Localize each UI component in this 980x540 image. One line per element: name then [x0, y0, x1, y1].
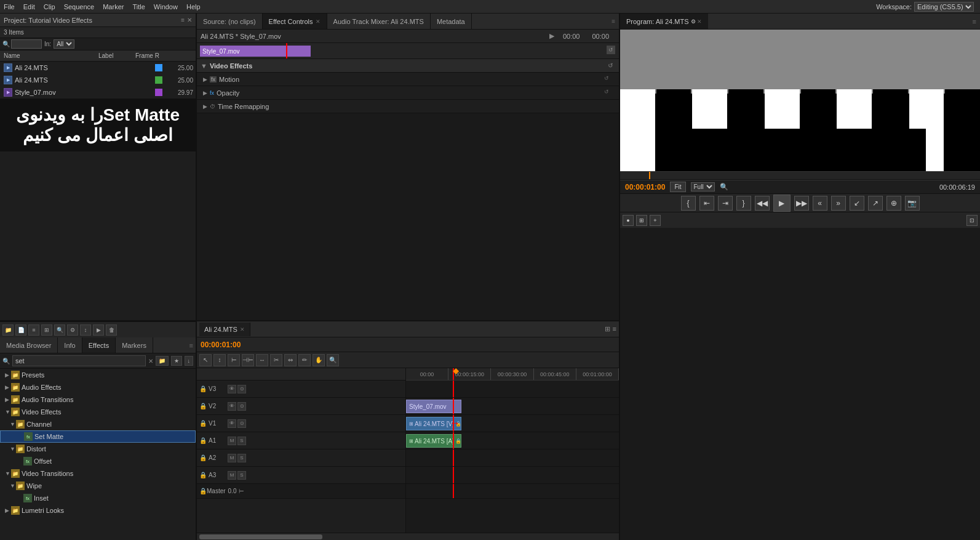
- tree-item-audio-effects[interactable]: ▶ 📁 Audio Effects: [0, 381, 196, 393]
- list-item[interactable]: ▶ Ali 24.MTS 25.00: [0, 74, 196, 86]
- project-panel-close-btn[interactable]: ✕: [187, 17, 192, 23]
- playback-play-btn[interactable]: ▶: [773, 195, 791, 212]
- effects-custom-btn[interactable]: ★: [171, 356, 182, 366]
- delete-btn[interactable]: 🗑: [106, 324, 117, 336]
- tab-effect-controls-close[interactable]: ✕: [316, 18, 321, 25]
- playback-insert-btn[interactable]: ↙: [850, 196, 864, 211]
- program-tab-settings-icon[interactable]: ⚙: [691, 18, 696, 25]
- lock-icon[interactable]: 🔒: [199, 385, 207, 392]
- col-frame[interactable]: Frame R: [135, 52, 172, 59]
- prog-btn-3[interactable]: +: [650, 215, 661, 226]
- effects-import-btn[interactable]: ↓: [185, 356, 194, 366]
- track-v3-eye-btn[interactable]: 👁: [228, 385, 236, 393]
- tree-item-channel[interactable]: ▼ 📁 Channel: [0, 418, 196, 430]
- lock-icon[interactable]: 🔒: [199, 472, 207, 478]
- menu-title[interactable]: Title: [132, 3, 145, 10]
- col-name[interactable]: Name: [0, 52, 98, 59]
- in-select[interactable]: All: [54, 39, 74, 49]
- menu-window[interactable]: Window: [154, 3, 178, 10]
- timeline-tab-close-icon[interactable]: ✕: [240, 326, 245, 332]
- section-reset-icon[interactable]: ↺: [605, 61, 615, 71]
- lock-icon[interactable]: 🔒: [199, 437, 207, 444]
- playback-lift-btn[interactable]: ↗: [868, 196, 883, 211]
- tab-program-monitor[interactable]: Program: Ali 24.MTS ⚙ ✕: [620, 14, 708, 29]
- ec-reset-btn[interactable]: ↺: [607, 46, 615, 54]
- program-tab-close-icon[interactable]: ✕: [697, 18, 702, 25]
- menu-file[interactable]: File: [4, 3, 15, 10]
- playback-shuttle-right-btn[interactable]: »: [831, 196, 846, 211]
- master-expand-icon[interactable]: ⊢: [239, 488, 244, 494]
- track-row-a1[interactable]: ⊞ Ali 24.MTS [A] 🔒: [406, 432, 619, 449]
- lock-icon[interactable]: 🔒: [199, 403, 207, 409]
- effects-search-input[interactable]: [12, 355, 146, 366]
- playback-shuttle-left-btn[interactable]: «: [813, 196, 827, 211]
- list-item[interactable]: ▶ Ali 24.MTS 25.00: [0, 62, 196, 74]
- tree-item-distort[interactable]: ▼ 📁 Distort: [0, 443, 196, 455]
- prop-reset-icon[interactable]: ↺: [604, 89, 613, 97]
- project-search-input[interactable]: [11, 39, 42, 49]
- program-scrubber[interactable]: [620, 171, 980, 180]
- tree-item-presets[interactable]: ▶ 📁 Presets: [0, 369, 196, 381]
- menu-marker[interactable]: Marker: [103, 3, 124, 10]
- track-row-v1[interactable]: ⊞ Ali 24.MTS [V] 🔒 →: [406, 415, 619, 432]
- track-row-a3[interactable]: [406, 467, 619, 484]
- program-magnify-icon[interactable]: 🔍: [720, 183, 728, 191]
- prog-btn-2[interactable]: ⊞: [636, 215, 647, 226]
- tl-tool-rate[interactable]: ↔: [256, 354, 268, 366]
- track-row-v2[interactable]: Style_07.mov: [406, 398, 619, 415]
- playback-extract-btn[interactable]: ⊕: [886, 196, 901, 211]
- timeline-panel-expand-icon[interactable]: ⊞: [605, 325, 610, 333]
- tl-tool-razor[interactable]: ✂: [270, 354, 282, 366]
- track-a2-m-btn[interactable]: M: [228, 454, 236, 462]
- timeline-scrollbar[interactable]: [197, 533, 619, 540]
- tl-tool-rolling[interactable]: ⊣⊢: [242, 354, 254, 366]
- tl-tool-hand[interactable]: ✋: [313, 354, 325, 366]
- tab-media-browser[interactable]: Media Browser: [0, 337, 58, 353]
- menu-edit[interactable]: Edit: [23, 3, 35, 10]
- new-bin-btn[interactable]: 📁: [2, 324, 14, 336]
- effects-panel-menu-btn[interactable]: ≡: [187, 342, 196, 349]
- tl-tool-zoom[interactable]: 🔍: [327, 354, 339, 366]
- prog-btn-1[interactable]: ●: [623, 215, 634, 226]
- program-timecode-current[interactable]: 00:00:01:00: [625, 183, 665, 191]
- new-item-btn[interactable]: 📄: [15, 324, 26, 336]
- col-label[interactable]: Label: [98, 52, 135, 59]
- scrollbar-thumb[interactable]: [199, 534, 322, 539]
- playback-mark-out-btn[interactable]: }: [736, 196, 751, 211]
- list-view-btn[interactable]: ≡: [28, 324, 39, 336]
- program-panel-menu-btn[interactable]: ≡: [969, 18, 980, 25]
- tree-item-inset[interactable]: fx Inset: [0, 492, 196, 504]
- program-zoom-select[interactable]: Full: [691, 182, 715, 191]
- menu-sequence[interactable]: Sequence: [64, 3, 95, 10]
- tab-timeline[interactable]: Ali 24.MTS ✕: [199, 323, 250, 336]
- tree-item-set-matte[interactable]: fx Set Matte: [0, 430, 196, 443]
- tab-info[interactable]: Info: [58, 337, 82, 353]
- tl-tool-track-select[interactable]: ↕: [213, 354, 226, 366]
- track-a1-s-btn[interactable]: S: [237, 437, 246, 445]
- tab-effect-controls[interactable]: Effect Controls ✕: [263, 14, 327, 29]
- tab-audio-track-mixer[interactable]: Audio Track Mixer: Ali 24.MTS: [327, 14, 431, 29]
- track-a2-s-btn[interactable]: S: [237, 454, 246, 462]
- track-a1-m-btn[interactable]: M: [228, 437, 236, 445]
- track-v2-eye-btn[interactable]: 👁: [228, 402, 236, 411]
- tl-tool-slide[interactable]: ⇔: [284, 354, 297, 366]
- tab-effects[interactable]: Effects: [82, 337, 116, 353]
- tl-tool-select[interactable]: ↖: [199, 354, 212, 366]
- track-a3-s-btn[interactable]: S: [237, 471, 246, 480]
- menu-help[interactable]: Help: [186, 3, 201, 10]
- playback-go-out-btn[interactable]: ⇥: [718, 196, 733, 211]
- ec-property-motion[interactable]: ▶ fx Motion ↺: [197, 73, 619, 86]
- tab-source[interactable]: Source: (no clips): [197, 14, 263, 29]
- timeline-ruler[interactable]: 00:00 00:00:15:00 00:00:30:00 00:00:45:0…: [406, 368, 619, 381]
- tl-tool-pen[interactable]: ✏: [298, 354, 311, 366]
- prop-reset-icon[interactable]: ↺: [604, 75, 613, 84]
- tab-markers[interactable]: Markers: [116, 337, 153, 353]
- menu-clip[interactable]: Clip: [44, 3, 55, 10]
- prog-safe-btn[interactable]: ⊡: [966, 215, 978, 226]
- tab-metadata[interactable]: Metadata: [431, 14, 472, 29]
- playback-step-back-btn[interactable]: ◀◀: [755, 196, 770, 211]
- effects-new-bin-btn[interactable]: 📁: [156, 356, 169, 366]
- ec-property-time-remap[interactable]: ▶ ⏱ Time Remapping: [197, 100, 619, 113]
- program-fit-btn[interactable]: Fit: [670, 182, 685, 192]
- automate-btn[interactable]: ▶: [93, 324, 104, 336]
